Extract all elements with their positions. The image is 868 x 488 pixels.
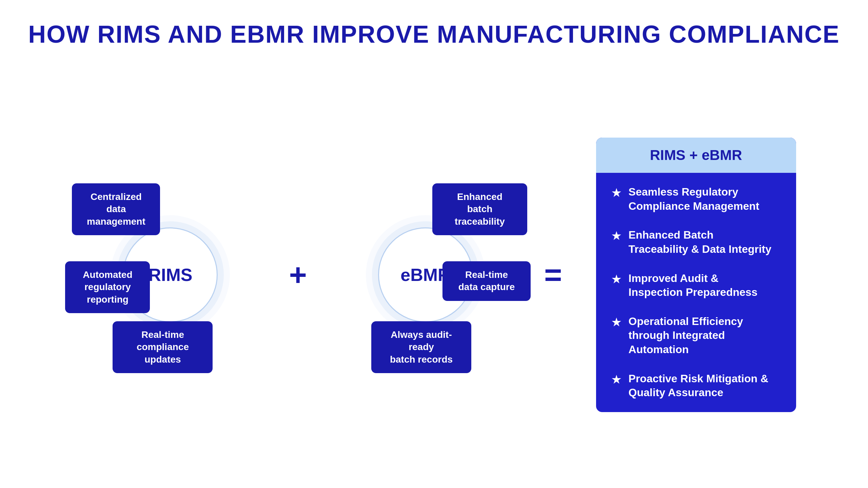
star-icon-2: ★ <box>611 229 622 243</box>
star-icon-5: ★ <box>611 372 622 387</box>
ebmr-label-realtime: Real-timedata capture <box>442 261 531 301</box>
results-header-text: RIMS + eBMR <box>650 147 742 163</box>
page-container: HOW RIMS AND EBMR IMPROVE MANUFACTURING … <box>0 0 868 488</box>
plus-operator: + <box>289 258 307 292</box>
rims-group: RIMS Centralized data management Automat… <box>72 156 269 393</box>
result-item-2: ★ Enhanced BatchTraceability & Data Inte… <box>611 228 781 256</box>
ebmr-label-batch: Enhancedbatch traceability <box>432 183 527 235</box>
result-item-3: ★ Improved Audit &Inspection Preparednes… <box>611 271 781 300</box>
rims-label-centralized: Centralized data management <box>72 183 160 235</box>
result-item-4: ★ Operational Efficiencythrough Integrat… <box>611 314 781 357</box>
main-content: RIMS Centralized data management Automat… <box>27 75 841 474</box>
result-text-2: Enhanced BatchTraceability & Data Integr… <box>629 228 771 256</box>
result-item-1: ★ Seamless RegulatoryCompliance Manageme… <box>611 185 781 213</box>
page-title: HOW RIMS AND EBMR IMPROVE MANUFACTURING … <box>28 20 840 48</box>
equals-operator: = <box>544 258 562 292</box>
result-item-5: ★ Proactive Risk Mitigation &Quality Ass… <box>611 372 781 400</box>
star-icon-1: ★ <box>611 186 622 200</box>
result-text-5: Proactive Risk Mitigation &Quality Assur… <box>629 372 769 400</box>
rims-label-automated: Automated regulatory reporting <box>65 261 150 313</box>
star-icon-4: ★ <box>611 315 622 329</box>
result-text-3: Improved Audit &Inspection Preparedness <box>629 271 758 300</box>
rims-label-realtime: Real-time compliance updates <box>113 321 213 373</box>
result-text-4: Operational Efficiencythrough Integrated… <box>629 314 781 357</box>
result-text-1: Seamless RegulatoryCompliance Management <box>629 185 760 213</box>
ebmr-label-audit: Always audit-readybatch records <box>371 321 471 373</box>
star-icon-3: ★ <box>611 272 622 286</box>
results-header: RIMS + eBMR <box>596 138 796 173</box>
results-body: ★ Seamless RegulatoryCompliance Manageme… <box>596 173 796 412</box>
results-panel: RIMS + eBMR ★ Seamless RegulatoryComplia… <box>596 138 796 412</box>
ebmr-group: eBMR Enhancedbatch traceability Real-tim… <box>327 156 524 393</box>
